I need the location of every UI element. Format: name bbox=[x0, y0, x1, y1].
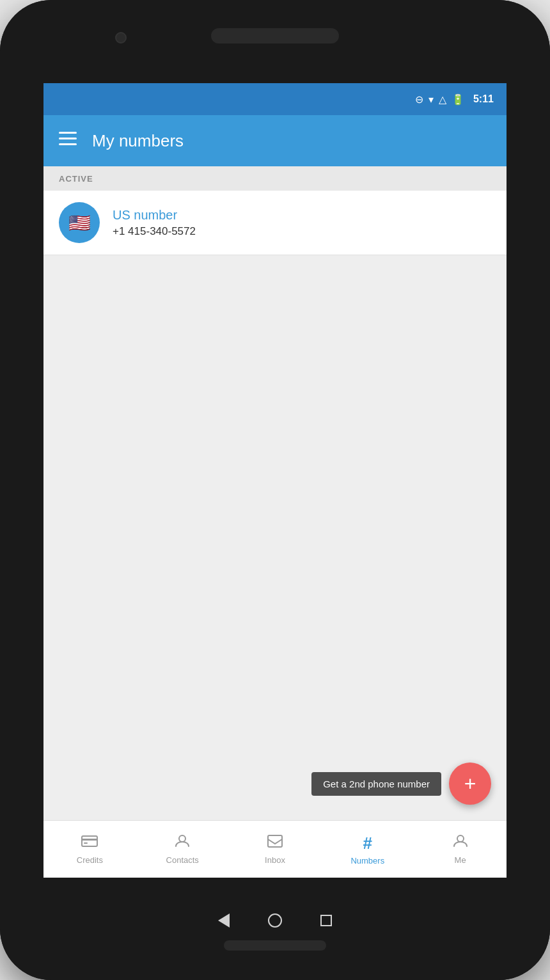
nav-item-numbers[interactable]: # Numbers bbox=[342, 834, 393, 865]
earpiece-speaker bbox=[211, 28, 339, 43]
svg-rect-4 bbox=[82, 839, 97, 841]
nav-item-credits[interactable]: Credits bbox=[64, 834, 115, 865]
recents-button[interactable] bbox=[320, 915, 332, 926]
number-name: US number bbox=[113, 208, 196, 223]
hamburger-menu-icon[interactable] bbox=[59, 132, 77, 150]
numbers-label: Numbers bbox=[350, 856, 384, 865]
android-nav-buttons bbox=[218, 913, 332, 928]
nav-item-me[interactable]: Me bbox=[435, 834, 486, 865]
phone-device: ⊖ ▾ △ 🔋 5:11 My numbers ACTIVE bbox=[0, 0, 550, 980]
plus-icon: + bbox=[464, 772, 476, 796]
back-button[interactable] bbox=[218, 913, 230, 928]
contacts-icon bbox=[175, 834, 190, 853]
svg-rect-0 bbox=[59, 132, 77, 134]
credits-icon bbox=[81, 834, 98, 853]
status-bar: ⊖ ▾ △ 🔋 5:11 bbox=[43, 83, 507, 115]
contacts-label: Contacts bbox=[166, 855, 199, 865]
number-list: 🇺🇸 US number +1 415-340-5572 bbox=[43, 191, 507, 255]
front-camera bbox=[115, 32, 127, 43]
me-icon bbox=[453, 834, 468, 853]
section-header: ACTIVE bbox=[43, 166, 507, 191]
page-title: My numbers bbox=[92, 131, 184, 151]
fab-tooltip: Get a 2nd phone number bbox=[311, 772, 441, 796]
add-number-fab[interactable]: + bbox=[449, 763, 491, 805]
svg-rect-1 bbox=[59, 138, 77, 139]
mute-icon: ⊖ bbox=[415, 93, 423, 106]
svg-rect-2 bbox=[59, 143, 77, 145]
battery-icon: 🔋 bbox=[452, 93, 464, 106]
section-label: ACTIVE bbox=[59, 174, 93, 184]
screen: ⊖ ▾ △ 🔋 5:11 My numbers ACTIVE bbox=[43, 83, 507, 878]
bottom-bezel bbox=[0, 878, 550, 980]
bottom-navigation: Credits Contacts Inbox bbox=[43, 820, 507, 878]
svg-point-6 bbox=[179, 835, 185, 842]
nav-item-contacts[interactable]: Contacts bbox=[157, 834, 208, 865]
flag-avatar: 🇺🇸 bbox=[59, 202, 100, 243]
number-digits: +1 415-340-5572 bbox=[113, 225, 196, 238]
nav-item-inbox[interactable]: Inbox bbox=[249, 834, 301, 865]
inbox-label: Inbox bbox=[265, 855, 285, 865]
wifi-icon: ▾ bbox=[428, 93, 434, 106]
me-label: Me bbox=[455, 855, 466, 865]
signal-icon: △ bbox=[439, 93, 446, 106]
svg-rect-3 bbox=[82, 836, 97, 846]
status-time: 5:11 bbox=[473, 93, 494, 105]
svg-point-8 bbox=[457, 835, 464, 842]
status-icons: ⊖ ▾ △ 🔋 5:11 bbox=[415, 93, 494, 106]
svg-rect-5 bbox=[84, 842, 88, 844]
inbox-icon bbox=[267, 834, 283, 853]
fab-area: Get a 2nd phone number + bbox=[311, 763, 491, 805]
number-info: US number +1 415-340-5572 bbox=[113, 208, 196, 238]
number-item[interactable]: 🇺🇸 US number +1 415-340-5572 bbox=[43, 191, 507, 255]
top-bezel bbox=[0, 0, 550, 83]
app-bar: My numbers bbox=[43, 115, 507, 166]
home-button[interactable] bbox=[268, 913, 282, 928]
content-area: Get a 2nd phone number + bbox=[43, 255, 507, 820]
numbers-icon: # bbox=[363, 834, 372, 853]
credits-label: Credits bbox=[77, 855, 103, 865]
bottom-speaker bbox=[224, 940, 326, 951]
